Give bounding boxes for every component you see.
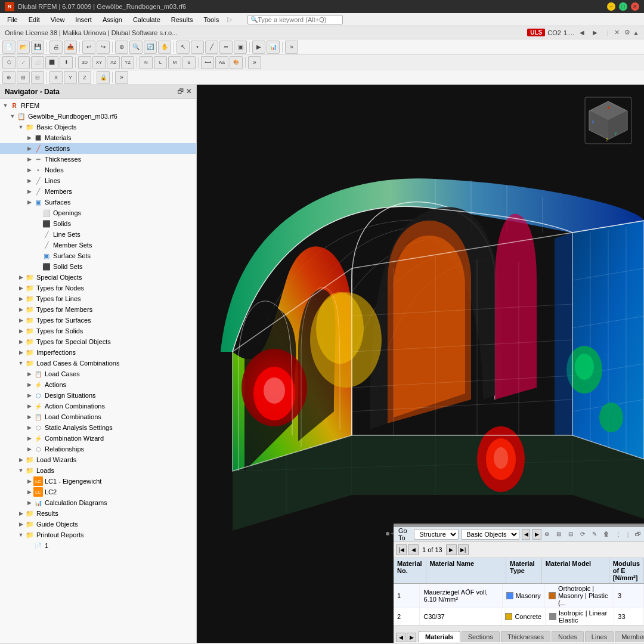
cube-navigator[interactable]: + Y X Z	[584, 97, 632, 144]
page-prev-btn[interactable]: ◀	[408, 544, 419, 555]
tree-types-nodes[interactable]: ▶ 📁 Types for Nodes	[0, 283, 196, 293]
print-btn[interactable]: 🖨	[49, 41, 63, 54]
bp-restore-btn[interactable]: 🗗	[633, 529, 643, 540]
tree-relationships[interactable]: ▶ ⬡ Relationships	[0, 444, 196, 454]
tab-lines[interactable]: Lines	[585, 631, 614, 642]
expand-icon[interactable]: ▲	[633, 29, 639, 36]
tree-materials[interactable]: ▶ ⬛ Materials	[0, 132, 196, 143]
view-3d-btn[interactable]: 3D	[78, 56, 91, 69]
menu-view[interactable]: View	[46, 15, 70, 24]
tree-comb-wizard[interactable]: ▶ ⚡ Combination Wizard	[0, 433, 196, 444]
tree-solids[interactable]: ⬛ Solids	[0, 218, 196, 229]
tree-types-lines[interactable]: ▶ 📁 Types for Lines	[0, 293, 196, 304]
snap3-btn[interactable]: ⊟	[31, 71, 44, 84]
tree-calc-diag[interactable]: ▶ 📊 Calculation Diagrams	[0, 497, 196, 508]
surface-btn[interactable]: ▣	[234, 41, 247, 54]
save-btn[interactable]: 💾	[31, 41, 44, 54]
bp-tool-5[interactable]: ✎	[589, 529, 600, 540]
viewport[interactable]: +	[197, 85, 644, 643]
tree-load-wizards[interactable]: ▶ 📁 Load Wizards	[0, 454, 196, 465]
show-members-btn[interactable]: M	[168, 56, 181, 69]
tab-members[interactable]: Members	[615, 631, 644, 642]
menu-tools[interactable]: Tools	[199, 15, 224, 24]
menu-edit[interactable]: Edit	[24, 15, 45, 24]
edit-solid-btn[interactable]: ⬛	[45, 56, 58, 69]
tab-sections[interactable]: Sections	[462, 631, 500, 642]
line-btn[interactable]: ╱	[205, 41, 218, 54]
bp-nav-next[interactable]: ▶	[532, 529, 541, 540]
tab-thicknesses[interactable]: Thicknesses	[501, 631, 550, 642]
page-last-btn[interactable]: ▶|	[458, 544, 469, 555]
structure-dropdown[interactable]: Structure	[414, 529, 459, 540]
tree-nodes[interactable]: ▶ • Nodes	[0, 165, 196, 175]
new-btn[interactable]: 📄	[2, 41, 16, 54]
close-button[interactable]: ✕	[631, 2, 639, 11]
table-row-2[interactable]: 2 C30/37 Concrete Isotropic | Linear Ela…	[394, 608, 644, 626]
show-lines-btn[interactable]: L	[154, 56, 167, 69]
axis-z-btn[interactable]: Z	[78, 71, 91, 84]
tree-actions[interactable]: ▶ ⚡ Actions	[0, 379, 196, 390]
results-btn[interactable]: 📊	[267, 41, 280, 54]
page-next-btn[interactable]: ▶	[446, 544, 457, 555]
tree-surfaces[interactable]: ▶ ▣ Surfaces	[0, 197, 196, 208]
nav-close-btn[interactable]: ✕	[186, 88, 191, 95]
search-box[interactable]: 🔍	[247, 15, 343, 24]
export-btn[interactable]: 📤	[64, 41, 77, 54]
bp-tool-2[interactable]: ⊞	[553, 529, 564, 540]
rotate-btn[interactable]: 🔄	[144, 41, 157, 54]
bp-tool-7[interactable]: ⋮	[613, 529, 624, 540]
tree-lc2[interactable]: ▶ LC LC2	[0, 487, 196, 497]
show-surfaces-btn[interactable]: S	[182, 56, 196, 69]
tree-member-sets[interactable]: ╱ Member Sets	[0, 240, 196, 250]
menu-assign[interactable]: Assign	[98, 15, 127, 24]
bp-nav-prev[interactable]: ◀	[522, 529, 530, 540]
tree-solid-sets[interactable]: ⬛ Solid Sets	[0, 261, 196, 272]
axis-x-btn[interactable]: X	[49, 71, 63, 84]
more3-btn[interactable]: »	[115, 71, 128, 84]
undo-btn[interactable]: ↩	[82, 41, 95, 54]
tree-project[interactable]: ▼ 📋 Gewölbe_Rundbogen_m03.rf6	[0, 111, 196, 122]
nav-prev-btn[interactable]: ◀	[577, 27, 587, 38]
table-row-1[interactable]: 1 Mauerziegel AÖF voll, 6.10 N/mm² Mason…	[394, 584, 644, 608]
select-btn[interactable]: ↖	[177, 41, 190, 54]
tree-special-objects[interactable]: ▶ 📁 Special Objects	[0, 272, 196, 283]
tree-loads[interactable]: ▼ 📁 Loads	[0, 465, 196, 476]
tree-thicknesses[interactable]: ▶ ━ Thicknesses	[0, 154, 196, 165]
tab-materials[interactable]: Materials	[419, 631, 460, 642]
tree-types-members[interactable]: ▶ 📁 Types for Members	[0, 304, 196, 315]
zoom-in-btn[interactable]: 🔍	[129, 41, 143, 54]
tree-imperfections[interactable]: ▶ 📁 Imperfections	[0, 347, 196, 358]
more-btn[interactable]: »	[285, 41, 298, 54]
tree-guide-objects[interactable]: ▶ 📁 Guide Objects	[0, 519, 196, 530]
snap-btn[interactable]: ⊕	[2, 71, 16, 84]
tree-sections[interactable]: ▶ ╱ Sections	[0, 143, 196, 154]
labels-btn[interactable]: Aa	[215, 56, 228, 69]
menu-calculate[interactable]: Calculate	[128, 15, 165, 24]
lock-btn[interactable]: 🔒	[97, 71, 110, 84]
tab-nodes[interactable]: Nodes	[552, 631, 584, 642]
tab-next-btn[interactable]: ▶	[407, 633, 416, 642]
nav-next-btn[interactable]: ▶	[590, 27, 600, 38]
search-input[interactable]	[258, 16, 335, 23]
node-btn[interactable]: •	[191, 41, 204, 54]
redo-btn[interactable]: ↪	[97, 41, 110, 54]
tree-load-cases-sub[interactable]: ▶ 📋 Load Cases	[0, 369, 196, 379]
nav-restore-btn[interactable]: 🗗	[177, 88, 184, 95]
colors-btn[interactable]: 🎨	[230, 56, 243, 69]
minimize-button[interactable]: −	[607, 2, 615, 11]
close-icon[interactable]: ✕	[614, 29, 620, 36]
tree-static-analysis[interactable]: ▶ ⬡ Static Analysis Settings	[0, 422, 196, 433]
member-btn[interactable]: ━	[219, 41, 233, 54]
tree-results[interactable]: ▶ 📁 Results	[0, 508, 196, 519]
bp-tool-1[interactable]: ⊕	[541, 529, 552, 540]
tree-line-sets[interactable]: ╱ Line Sets	[0, 229, 196, 240]
objects-dropdown[interactable]: Basic Objects	[461, 529, 519, 540]
axis-y-btn[interactable]: Y	[64, 71, 77, 84]
tab-prev-btn[interactable]: ◀	[396, 633, 405, 642]
view-xy-btn[interactable]: XY	[92, 56, 106, 69]
tree-report-1[interactable]: 📄 1	[0, 540, 196, 551]
tree-openings[interactable]: ⬜ Openings	[0, 208, 196, 218]
more2-btn[interactable]: »	[248, 56, 261, 69]
open-btn[interactable]: 📂	[17, 41, 30, 54]
tree-types-surfaces[interactable]: ▶ 📁 Types for Surfaces	[0, 315, 196, 326]
